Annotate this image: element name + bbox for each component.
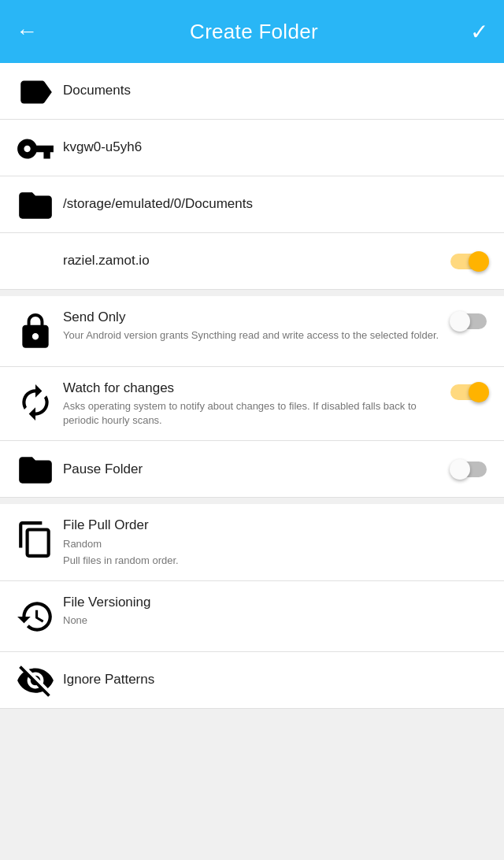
folder-id-label: kvgw0-u5yh6 <box>63 139 142 154</box>
eye-off-icon <box>16 661 55 700</box>
send-only-content: Send Only Your Android version grants Sy… <box>55 309 443 343</box>
folder-id-content: kvgw0-u5yh6 <box>55 139 488 156</box>
history-icon <box>16 595 55 636</box>
label-icon <box>16 72 55 112</box>
divider-2 <box>0 498 504 504</box>
folder-name-item[interactable]: Documents <box>0 63 504 120</box>
settings-list: Documents kvgw0-u5yh6 /storage/emulated/… <box>0 63 504 709</box>
folder-id-item[interactable]: kvgw0-u5yh6 <box>0 120 504 176</box>
folder-name-label: Documents <box>63 83 131 98</box>
ignore-patterns-item[interactable]: Ignore Patterns <box>0 652 504 709</box>
watch-changes-item[interactable]: Watch for changes Asks operating system … <box>0 367 504 441</box>
folder-path-content: /storage/emulated/0/Documents <box>55 195 488 213</box>
refresh-icon <box>16 381 55 422</box>
file-pull-order-content: File Pull Order Random Pull files in ran… <box>55 517 488 567</box>
key-icon <box>16 129 55 169</box>
watch-changes-toggle-area[interactable] <box>450 380 488 403</box>
share-with-toggle[interactable] <box>450 250 488 272</box>
file-pull-order-label: File Pull Order <box>63 517 149 532</box>
folder-path-label: /storage/emulated/0/Documents <box>63 196 253 211</box>
folder-name-content: Documents <box>55 82 488 99</box>
send-only-item[interactable]: Send Only Your Android version grants Sy… <box>0 296 504 367</box>
pause-folder-label: Pause Folder <box>63 462 143 476</box>
send-only-label: Send Only <box>63 310 125 324</box>
watch-changes-label: Watch for changes <box>63 380 174 395</box>
page-title: Create Folder <box>190 20 318 44</box>
send-only-toggle-area[interactable] <box>450 309 488 332</box>
file-versioning-label: File Versioning <box>63 595 151 610</box>
pause-folder-content: Pause Folder <box>55 461 443 478</box>
file-pull-order-item[interactable]: File Pull Order Random Pull files in ran… <box>0 504 504 580</box>
confirm-button[interactable]: ✓ <box>470 19 488 45</box>
file-versioning-item[interactable]: File Versioning None <box>0 581 504 652</box>
ignore-patterns-label: Ignore Patterns <box>63 672 154 687</box>
file-versioning-content: File Versioning None <box>55 594 488 628</box>
lock-icon <box>16 310 55 351</box>
pause-folder-toggle-area[interactable] <box>450 458 488 480</box>
send-only-toggle[interactable] <box>450 310 488 332</box>
file-pull-order-description: Pull files in random order. <box>63 554 488 568</box>
folder-icon <box>16 186 55 225</box>
file-pull-order-value: Random <box>63 537 488 551</box>
file-versioning-value: None <box>63 613 488 628</box>
share-with-content: raziel.zamot.io <box>55 252 443 269</box>
share-with-label: raziel.zamot.io <box>63 253 150 268</box>
ignore-patterns-content: Ignore Patterns <box>55 671 488 688</box>
pause-folder-toggle[interactable] <box>450 458 488 480</box>
watch-changes-content: Watch for changes Asks operating system … <box>55 380 443 428</box>
pause-folder-item[interactable]: Pause Folder <box>0 441 504 498</box>
divider-1 <box>0 290 504 296</box>
watch-changes-description: Asks operating system to notify about ch… <box>63 399 443 428</box>
toggle-thumb <box>450 459 470 480</box>
toggle-thumb <box>469 251 489 272</box>
toggle-thumb <box>450 311 470 332</box>
share-with-toggle-area[interactable] <box>450 250 488 272</box>
copy-icon <box>16 518 55 559</box>
back-button[interactable]: ← <box>16 19 38 44</box>
app-header: ← Create Folder ✓ <box>0 0 504 63</box>
share-with-item[interactable]: raziel.zamot.io <box>0 233 504 290</box>
folder2-icon <box>16 450 55 490</box>
watch-changes-toggle[interactable] <box>450 381 488 403</box>
send-only-description: Your Android version grants Syncthing re… <box>63 328 443 343</box>
toggle-thumb <box>469 382 489 402</box>
folder-path-item[interactable]: /storage/emulated/0/Documents <box>0 176 504 233</box>
